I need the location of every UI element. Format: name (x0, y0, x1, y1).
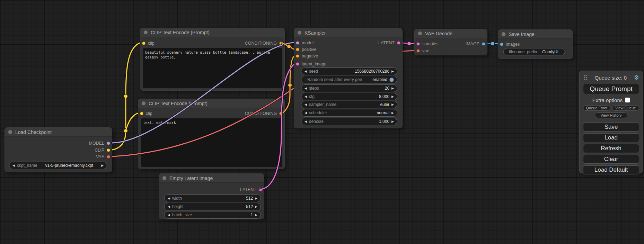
arrow-right-icon[interactable]: ▶ (391, 120, 394, 123)
clip-port-dot[interactable] (142, 42, 145, 45)
arrow-left-icon[interactable]: ◀ (305, 95, 307, 98)
model-port-dot[interactable] (296, 41, 299, 45)
conditioning-port-dot[interactable] (279, 112, 283, 115)
arrow-right-icon[interactable]: ▶ (391, 87, 394, 90)
node-title-bar[interactable]: VAE Decode (415, 29, 487, 38)
arrow-right-icon[interactable]: ▶ (255, 205, 257, 208)
clear-button[interactable]: Clear (583, 155, 639, 164)
arrow-left-icon[interactable]: ◀ (305, 70, 307, 73)
queue-front-button[interactable]: Queue Front (583, 105, 610, 111)
node-load-checkpoint[interactable]: Load Checkpoint MODEL CLIP VAE ◀ ckpt_na… (5, 127, 112, 172)
arrow-right-icon[interactable]: ▶ (391, 70, 394, 73)
collapse-dot-icon[interactable] (298, 31, 301, 35)
node-title-bar[interactable]: Load Checkpoint (5, 128, 112, 137)
negative-prompt-textarea[interactable]: text, watermark (141, 118, 282, 167)
comfyui-canvas[interactable]: Load Checkpoint MODEL CLIP VAE ◀ ckpt_na… (0, 0, 644, 244)
input-samples[interactable]: samples (416, 41, 439, 47)
node-title-bar[interactable]: KSampler (294, 28, 402, 37)
arrow-right-icon[interactable]: ▶ (391, 103, 394, 106)
output-conditioning[interactable]: CONDITIONING (245, 40, 283, 46)
node-ksampler[interactable]: KSampler model positive negative latent_… (294, 28, 403, 128)
clip-port-dot[interactable] (140, 112, 143, 115)
seed-widget[interactable]: ◀ seed 156680208700286 ▶ (301, 67, 397, 75)
collapse-dot-icon[interactable] (162, 176, 166, 180)
arrow-right-icon[interactable]: ▶ (255, 197, 257, 200)
vae-port-dot[interactable] (107, 155, 110, 159)
input-model[interactable]: model (296, 40, 314, 46)
input-negative[interactable]: negative (296, 53, 318, 59)
arrow-left-icon[interactable]: ◀ (12, 164, 15, 167)
arrow-left-icon[interactable]: ◀ (305, 111, 307, 115)
arrow-left-icon[interactable]: ◀ (168, 205, 170, 208)
arrow-right-icon[interactable]: ▶ (391, 111, 394, 115)
conditioning-port-dot[interactable] (296, 54, 299, 58)
clip-port-dot[interactable] (107, 148, 110, 152)
collapse-dot-icon[interactable] (8, 130, 12, 134)
node-title-bar[interactable]: CLIP Text Encode (Prompt) (140, 28, 284, 37)
image-port-dot[interactable] (500, 43, 503, 46)
filename-prefix-widget[interactable]: filename_prefix ComfyUI (503, 48, 565, 55)
collapse-dot-icon[interactable] (502, 32, 505, 36)
node-vae-decode[interactable]: VAE Decode samples vae IMAGE (414, 29, 487, 55)
arrow-left-icon[interactable]: ◀ (168, 214, 170, 217)
latent-port-dot[interactable] (296, 62, 299, 66)
output-vae[interactable]: VAE (96, 154, 110, 160)
drag-handle-icon[interactable] (584, 75, 588, 81)
arrow-left-icon[interactable]: ◀ (305, 87, 307, 90)
width-widget[interactable]: ◀ width 512 ▶ (164, 195, 261, 202)
latent-port-dot[interactable] (416, 42, 420, 46)
load-default-button[interactable]: Load Default (583, 165, 639, 174)
arrow-right-icon[interactable]: ▶ (255, 214, 257, 217)
node-title-bar[interactable]: CLIP Text Encode (Prompt) (138, 99, 284, 108)
random-seed-toggle-widget[interactable]: Random seed after every gen enabled (301, 76, 397, 83)
scheduler-widget[interactable]: ◀ scheduler normal ▶ (301, 109, 397, 117)
height-widget[interactable]: ◀ height 512 ▶ (164, 203, 261, 210)
collapse-dot-icon[interactable] (142, 101, 145, 105)
steps-widget[interactable]: ◀ steps 20 ▶ (301, 84, 397, 92)
collapse-dot-icon[interactable] (418, 31, 422, 35)
node-save-image[interactable]: Save Image images filename_prefix ComfyU… (498, 29, 573, 59)
arrow-left-icon[interactable]: ◀ (168, 197, 170, 200)
output-latent[interactable]: LATENT (240, 187, 262, 192)
arrow-right-icon[interactable]: ▶ (101, 164, 104, 167)
positive-prompt-textarea[interactable]: beautiful scenery nature glass bottle la… (143, 48, 282, 88)
model-port-dot[interactable] (107, 142, 110, 145)
ckpt-name-widget[interactable]: ◀ ckpt_name v1-5-pruned-emaonly.ckpt ▶ (9, 162, 107, 169)
collapse-dot-icon[interactable] (144, 30, 148, 34)
output-image[interactable]: IMAGE (466, 41, 485, 47)
node-clip-text-encode-positive[interactable]: CLIP Text Encode (Prompt) clip CONDITION… (140, 28, 285, 91)
output-model[interactable]: MODEL (89, 141, 110, 146)
input-positive[interactable]: positive (296, 47, 316, 52)
vae-port-dot[interactable] (416, 49, 420, 53)
view-queue-button[interactable]: View Queue (612, 105, 639, 111)
arrow-left-icon[interactable]: ◀ (305, 120, 307, 123)
toggle-enabled-icon[interactable] (389, 78, 394, 82)
conditioning-port-dot[interactable] (279, 42, 283, 45)
node-empty-latent-image[interactable]: Empty Latent Image LATENT ◀ width 512 ▶ … (159, 173, 264, 219)
queue-panel[interactable]: Queue size: 0 ⚙ Queue Prompt Extra optio… (579, 71, 643, 173)
load-button[interactable]: Load (583, 133, 639, 142)
output-conditioning[interactable]: CONDITIONING (245, 111, 283, 116)
input-clip[interactable]: clip (140, 111, 152, 116)
output-clip[interactable]: CLIP (95, 147, 110, 153)
save-button[interactable]: Save (583, 123, 639, 132)
node-title-bar[interactable]: Save Image (498, 30, 573, 39)
output-latent[interactable]: LATENT (378, 40, 400, 46)
node-clip-text-encode-negative[interactable]: CLIP Text Encode (Prompt) clip CONDITION… (138, 99, 285, 169)
refresh-button[interactable]: Refresh (583, 144, 639, 153)
latent-port-dot[interactable] (397, 41, 400, 45)
batch-size-widget[interactable]: ◀ batch_size 1 ▶ (164, 211, 261, 219)
input-vae[interactable]: vae (416, 48, 429, 54)
gear-icon[interactable]: ⚙ (634, 75, 639, 81)
node-title-bar[interactable]: Empty Latent Image (159, 174, 264, 183)
extra-options-checkbox[interactable] (625, 98, 630, 102)
cfg-widget[interactable]: ◀ cfg 8.000 ▶ (301, 93, 397, 100)
input-images[interactable]: images (500, 42, 520, 47)
input-latent-image[interactable]: latent_image (296, 61, 327, 67)
conditioning-port-dot[interactable] (296, 48, 299, 51)
arrow-right-icon[interactable]: ▶ (391, 95, 394, 98)
view-history-button[interactable]: View History (595, 112, 627, 118)
latent-port-dot[interactable] (259, 188, 262, 191)
image-port-dot[interactable] (482, 42, 485, 46)
sampler-name-widget[interactable]: ◀ sampler_name euler ▶ (301, 101, 397, 108)
